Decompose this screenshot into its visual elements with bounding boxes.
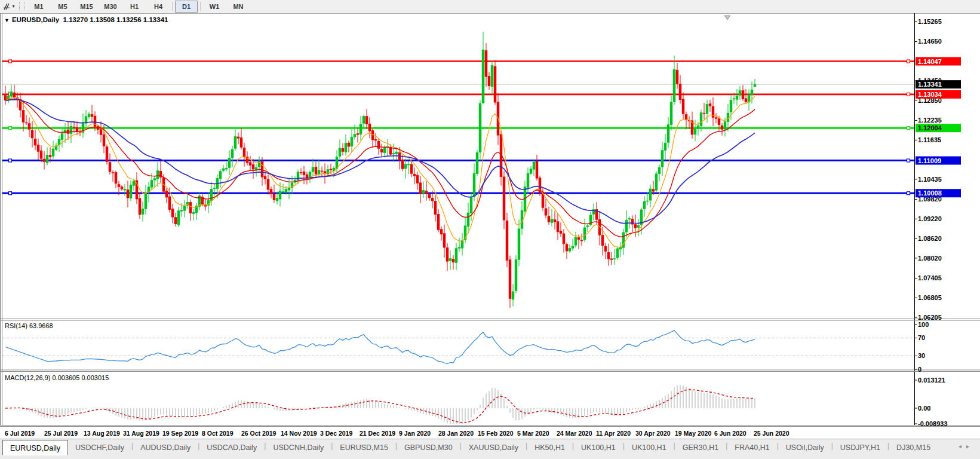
symbol-tab-fra40-h1[interactable]: FRA40,H1 <box>727 439 776 454</box>
pane-borders <box>0 13 980 427</box>
timeframe-button-w1[interactable]: W1 <box>203 1 226 13</box>
line-handle[interactable] <box>9 127 12 130</box>
line-handle[interactable] <box>907 93 910 96</box>
svg-text:1.08620: 1.08620 <box>918 235 942 242</box>
timeframe-button-m15[interactable]: M15 <box>75 1 98 13</box>
symbol-dropdown-icon[interactable]: ▼ <box>4 17 10 23</box>
symbol-tab-usdcad-daily[interactable]: USDCAD,Daily <box>199 439 264 454</box>
svg-text:1.06205: 1.06205 <box>918 314 942 321</box>
symbol-tab-eurusd-daily[interactable]: EURUSD,Daily <box>2 440 68 455</box>
svg-text:1.11635: 1.11635 <box>918 136 941 143</box>
rsi-indicator-label: RSI(14) 63.9668 <box>5 322 53 329</box>
toolbar-drag-grip[interactable] <box>19 2 24 11</box>
svg-text:1.10435: 1.10435 <box>918 176 942 183</box>
ma-slow-line[interactable] <box>5 100 755 224</box>
timeframe-button-m30[interactable]: M30 <box>99 1 122 13</box>
symbol-tab-dj30-m15[interactable]: DJ30,M15 <box>889 439 938 454</box>
symbol-tab-hk50-h1[interactable]: HK50,H1 <box>527 439 572 454</box>
svg-text:1.11009: 1.11009 <box>918 157 941 164</box>
line-handle[interactable] <box>9 60 12 63</box>
tab-scroll-left-icon[interactable]: ◂ <box>959 443 966 449</box>
svg-text:1.08020: 1.08020 <box>918 255 942 262</box>
svg-text:30: 30 <box>918 352 925 359</box>
macd-indicator-label: MACD(12,26,9) 0.003605 0.003015 <box>5 374 109 381</box>
date-label: 13 Aug 2019 <box>84 430 120 437</box>
macd-signal-line[interactable] <box>5 390 755 423</box>
symbol-tab-usdjpy-h1[interactable]: USDJPY,H1 <box>833 439 887 454</box>
tab-scroll-arrows[interactable]: ◂▸ <box>959 443 974 449</box>
rsi-line[interactable] <box>5 331 755 364</box>
timeframe-toolbar: ▾ M1M5M15M30H1H4D1W1MN <box>0 0 980 14</box>
svg-text:1.13034: 1.13034 <box>918 91 942 98</box>
price-axis: 1.152651.146501.134501.128501.122351.116… <box>914 18 948 427</box>
symbol-tab-usdchf-daily[interactable]: USDCHF,Daily <box>68 439 131 454</box>
svg-text:-0.008933: -0.008933 <box>918 420 948 427</box>
line-handle[interactable] <box>9 192 12 195</box>
svg-text:100: 100 <box>918 321 929 328</box>
svg-text:70: 70 <box>918 334 925 341</box>
trading-platform-window: ▾ M1M5M15M30H1H4D1W1MN 1.152651.146501.1… <box>0 0 980 459</box>
date-label: 31 Aug 2019 <box>123 430 159 437</box>
timeframe-button-h1[interactable]: H1 <box>123 1 146 13</box>
date-label: 19 Sep 2019 <box>162 430 198 437</box>
line-handle[interactable] <box>907 60 910 63</box>
date-label: 25 Jul 2019 <box>44 430 78 437</box>
ma-fast-line[interactable] <box>5 96 755 247</box>
chart-shift-marker-icon[interactable] <box>724 16 730 20</box>
svg-text:0.00: 0.00 <box>918 405 930 412</box>
chevron-down-icon: ▾ <box>12 4 14 9</box>
cursor-tool-icon[interactable]: ▾ <box>0 1 18 13</box>
crosshair-icon <box>3 2 11 11</box>
timeframe-button-m5[interactable]: M5 <box>51 1 74 13</box>
timeframe-button-d1[interactable]: D1 <box>175 1 198 13</box>
symbol-tab-audusd-daily[interactable]: AUDUSD,Daily <box>133 439 198 454</box>
date-label: 21 Dec 2019 <box>360 430 395 437</box>
tab-scroll-right-icon[interactable]: ▸ <box>966 443 974 449</box>
svg-text:0.013121: 0.013121 <box>918 377 945 384</box>
toolbar-separator <box>172 2 173 11</box>
line-handle[interactable] <box>907 192 910 195</box>
date-label: 8 Oct 2019 <box>202 430 234 437</box>
date-label: 11 Apr 2020 <box>596 430 631 437</box>
svg-text:1.14650: 1.14650 <box>918 38 942 45</box>
date-label: 6 Jun 2020 <box>714 430 746 437</box>
date-label: 30 Apr 2020 <box>635 430 671 437</box>
svg-text:1.06805: 1.06805 <box>918 294 942 301</box>
svg-text:1.13341: 1.13341 <box>918 81 942 88</box>
svg-text:1.14047: 1.14047 <box>918 58 942 65</box>
macd-pane <box>5 385 755 424</box>
svg-text:1.12235: 1.12235 <box>918 117 942 124</box>
date-axis: 6 Jul 201925 Jul 201913 Aug 201931 Aug 2… <box>5 430 789 437</box>
symbol-tab-usdcnh-daily[interactable]: USDCNH,Daily <box>266 439 331 454</box>
date-label: 28 Jan 2020 <box>438 430 474 437</box>
chart-title: ▼EURUSD,Daily 1.13270 1.13508 1.13256 1.… <box>4 16 168 23</box>
svg-text:1.10008: 1.10008 <box>918 189 942 197</box>
timeframe-button-mn[interactable]: MN <box>227 1 250 13</box>
symbol-tab-uk100-h1[interactable]: UK100,H1 <box>574 439 623 454</box>
date-label: 6 Jul 2019 <box>5 430 35 437</box>
date-label: 19 May 2020 <box>675 430 711 437</box>
symbol-tab-uk100-h1[interactable]: UK100,H1 <box>625 439 674 454</box>
symbol-tab-ger30-h1[interactable]: GER30,H1 <box>675 439 726 454</box>
symbol-tab-usoil-daily[interactable]: USOil,Daily <box>779 439 831 454</box>
toolbar-separator <box>200 2 201 11</box>
svg-text:1.12004: 1.12004 <box>918 124 942 131</box>
chart-canvas[interactable]: 1.152651.146501.134501.128501.122351.116… <box>0 13 980 439</box>
candlestick-series <box>4 32 756 308</box>
date-label: 25 Jun 2020 <box>754 430 789 437</box>
timeframe-button-h4[interactable]: H4 <box>147 1 170 13</box>
symbol-tab-gbpusd-m30[interactable]: GBPUSD,M30 <box>397 439 460 454</box>
moving-average-lines <box>5 96 755 247</box>
line-handle[interactable] <box>907 127 910 130</box>
symbol-tab-eurusd-m15[interactable]: EURUSD,M15 <box>333 439 395 454</box>
symbol-tab-xauusd-daily[interactable]: XAUUSD,Daily <box>462 439 526 454</box>
date-label: 9 Jan 2020 <box>399 430 431 437</box>
date-label: 26 Oct 2019 <box>241 430 277 437</box>
date-label: 14 Nov 2019 <box>281 430 317 437</box>
timeframe-button-m1[interactable]: M1 <box>27 1 50 13</box>
line-handle[interactable] <box>907 159 910 162</box>
date-label: 5 Mar 2020 <box>517 430 549 437</box>
line-handle[interactable] <box>9 159 12 162</box>
timeframe-buttons: M1M5M15M30H1H4D1W1MN <box>27 1 250 13</box>
chart-symbol-label: EURUSD,Daily <box>12 16 59 23</box>
